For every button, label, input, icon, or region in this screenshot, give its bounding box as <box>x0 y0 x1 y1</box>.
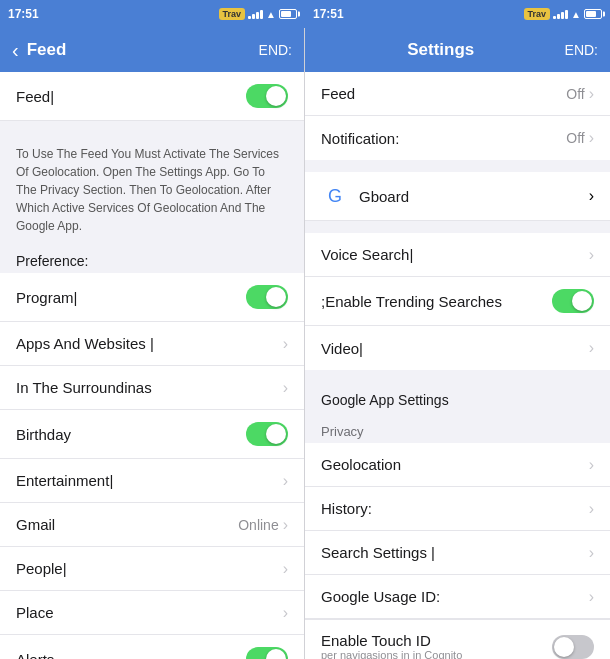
search-settings-item[interactable]: Search Settings | › <box>305 531 610 575</box>
surroundings-label: In The Surroundinas <box>16 379 283 396</box>
rsig2 <box>557 14 560 19</box>
feed-toggle-group: Feed| <box>0 72 304 121</box>
entertainment-chevron: › <box>283 472 288 490</box>
geolocation-item[interactable]: Geolocation › <box>305 443 610 487</box>
notification-label: Notification: <box>321 130 566 147</box>
people-item[interactable]: People| › <box>0 547 304 591</box>
place-chevron: › <box>283 604 288 622</box>
video-chevron: › <box>589 339 594 357</box>
geolocation-chevron: › <box>589 456 594 474</box>
touch-id-label: Enable Touch ID <box>321 632 552 649</box>
trending-item[interactable]: ;Enable Trending Searches <box>305 277 610 326</box>
google-usage-id-label: Google Usage ID: <box>321 588 589 605</box>
feed-notification-group: Feed Off › Notification: Off › <box>305 72 610 160</box>
battery-fill-left <box>281 11 291 17</box>
place-item[interactable]: Place › <box>0 591 304 635</box>
notification-item[interactable]: Notification: Off › <box>305 116 610 160</box>
touch-id-knob <box>554 637 574 657</box>
gboard-icon: G <box>321 182 349 210</box>
privacy-section-header: Privacy <box>305 416 610 443</box>
status-bar-right: 17:51 Trav ▲ <box>305 0 610 28</box>
preference-label: Preference: <box>0 247 304 273</box>
right-nav-end: END: <box>565 42 598 58</box>
apps-websites-item[interactable]: Apps And Websites | › <box>0 322 304 366</box>
voice-search-item[interactable]: Voice Search| › <box>305 233 610 277</box>
gboard-chevron: › <box>589 187 594 205</box>
time-left: 17:51 <box>8 7 39 21</box>
signal-bars-left <box>248 9 263 19</box>
touch-id-toggle[interactable] <box>552 635 594 659</box>
alerts-item[interactable]: Alerts <box>0 635 304 659</box>
google-usage-id-chevron: › <box>589 588 594 606</box>
feed-toggle[interactable] <box>246 84 288 108</box>
right-nav-bar: Settings END: <box>305 28 610 72</box>
video-item[interactable]: Video| › <box>305 326 610 370</box>
people-label: People| <box>16 560 283 577</box>
search-group: Voice Search| › ;Enable Trending Searche… <box>305 233 610 370</box>
alerts-label: Alerts <box>16 651 246 660</box>
feed-info-text: To Use The Feed You Must Activate The Se… <box>0 133 304 247</box>
google-usage-id-item[interactable]: Google Usage ID: › <box>305 575 610 619</box>
search-settings-chevron: › <box>589 544 594 562</box>
gmail-item[interactable]: Gmail Online › <box>0 503 304 547</box>
history-chevron: › <box>589 500 594 518</box>
privacy-group: Geolocation › History: › Search Settings… <box>305 443 610 659</box>
back-button[interactable]: ‹ <box>12 39 19 62</box>
status-icons-right: Trav ▲ <box>524 8 602 20</box>
sig4 <box>260 10 263 19</box>
left-panel: ‹ Feed END: Feed| To Use The Feed You Mu… <box>0 28 305 659</box>
rsig3 <box>561 12 564 19</box>
gboard-group: G Gboard › <box>305 172 610 221</box>
voice-search-chevron: › <box>589 246 594 264</box>
right-scroll[interactable]: Feed Off › Notification: Off › G <box>305 72 610 659</box>
program-label: Program| <box>16 289 246 306</box>
touch-id-item[interactable]: Enable Touch ID per navigasions in in Co… <box>305 619 610 659</box>
signal-bars-right <box>553 9 568 19</box>
surroundings-item[interactable]: In The Surroundinas › <box>0 366 304 410</box>
tray-badge-right: Trav <box>524 8 551 20</box>
wifi-icon-right: ▲ <box>571 9 581 20</box>
history-label: History: <box>321 500 589 517</box>
right-nav-title: Settings <box>317 40 565 60</box>
entertainment-item[interactable]: Entertainment| › <box>0 459 304 503</box>
history-item[interactable]: History: › <box>305 487 610 531</box>
voice-search-label: Voice Search| <box>321 246 589 263</box>
battery-icon-right <box>584 9 602 19</box>
alerts-toggle[interactable] <box>246 647 288 659</box>
feed-toggle-label: Feed| <box>16 88 246 105</box>
alerts-knob <box>266 649 286 659</box>
battery-fill-right <box>586 11 596 17</box>
gmail-label: Gmail <box>16 516 238 533</box>
trending-label: ;Enable Trending Searches <box>321 293 552 310</box>
status-bar-left: 17:51 Trav ▲ <box>0 0 305 28</box>
entertainment-label: Entertainment| <box>16 472 283 489</box>
time-right: 17:51 <box>313 7 344 21</box>
feed-toggle-row: Feed| <box>0 72 304 121</box>
gboard-item[interactable]: G Gboard › <box>305 172 610 221</box>
birthday-label: Birthday <box>16 426 246 443</box>
birthday-toggle[interactable] <box>246 422 288 446</box>
program-toggle[interactable] <box>246 285 288 309</box>
rsig4 <box>565 10 568 19</box>
main-content: ‹ Feed END: Feed| To Use The Feed You Mu… <box>0 28 610 659</box>
feed-label: Feed <box>321 85 566 102</box>
gmail-chevron: › <box>283 516 288 534</box>
left-nav-end: END: <box>259 42 292 58</box>
touch-id-sublabel: per navigasions in in Cognito <box>321 649 552 659</box>
people-chevron: › <box>283 560 288 578</box>
feed-item[interactable]: Feed Off › <box>305 72 610 116</box>
apps-websites-label: Apps And Websites | <box>16 335 283 352</box>
wifi-icon-left: ▲ <box>266 9 276 20</box>
notification-chevron: › <box>589 129 594 147</box>
sig1 <box>248 16 251 19</box>
video-label: Video| <box>321 340 589 357</box>
program-item[interactable]: Program| <box>0 273 304 322</box>
birthday-item[interactable]: Birthday <box>0 410 304 459</box>
place-label: Place <box>16 604 283 621</box>
trending-toggle[interactable] <box>552 289 594 313</box>
google-app-settings-label: Google App Settings <box>305 382 610 416</box>
left-scroll[interactable]: Feed| To Use The Feed You Must Activate … <box>0 72 304 659</box>
search-settings-label: Search Settings | <box>321 544 589 561</box>
battery-icon-left <box>279 9 297 19</box>
left-nav-title: Feed <box>27 40 259 60</box>
